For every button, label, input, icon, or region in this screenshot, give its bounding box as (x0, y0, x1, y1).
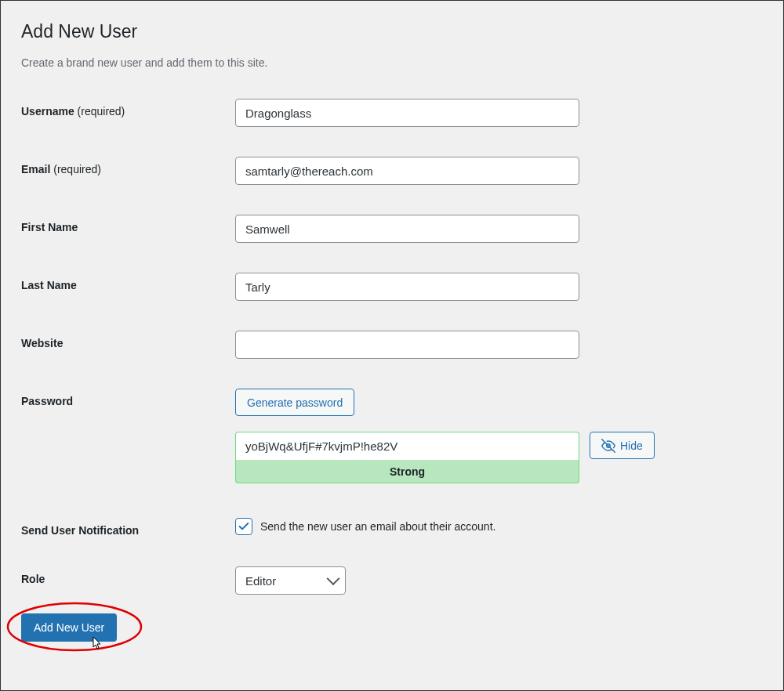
add-new-user-button[interactable]: Add New User (21, 613, 117, 642)
notification-text: Send the new user an email about their a… (260, 520, 495, 533)
username-input[interactable] (235, 99, 579, 127)
role-label: Role (21, 566, 235, 585)
website-label: Website (21, 331, 235, 349)
email-label-text: Email (21, 163, 50, 175)
username-label: Username (required) (21, 99, 235, 118)
email-label: Email (required) (21, 157, 235, 175)
page-title: Add New User (21, 21, 763, 42)
first-name-input[interactable] (235, 215, 579, 243)
check-icon (238, 520, 250, 533)
email-required: (required) (53, 163, 101, 175)
password-input[interactable] (235, 432, 579, 460)
email-input[interactable] (235, 157, 579, 185)
role-select[interactable]: Editor (235, 566, 346, 595)
website-input[interactable] (235, 331, 579, 359)
page-description: Create a brand new user and add them to … (21, 56, 763, 69)
eye-slash-icon (601, 439, 615, 453)
generate-password-button[interactable]: Generate password (235, 389, 354, 416)
first-name-label: First Name (21, 215, 235, 233)
hide-password-button[interactable]: Hide (590, 432, 655, 459)
notification-checkbox[interactable] (235, 518, 252, 535)
password-label: Password (21, 389, 235, 407)
password-strength: Strong (235, 460, 579, 483)
username-required: (required) (78, 105, 125, 118)
username-label-text: Username (21, 105, 74, 118)
last-name-label: Last Name (21, 273, 235, 291)
notification-label: Send User Notification (21, 518, 235, 537)
hide-password-label: Hide (620, 440, 643, 452)
last-name-input[interactable] (235, 273, 579, 301)
